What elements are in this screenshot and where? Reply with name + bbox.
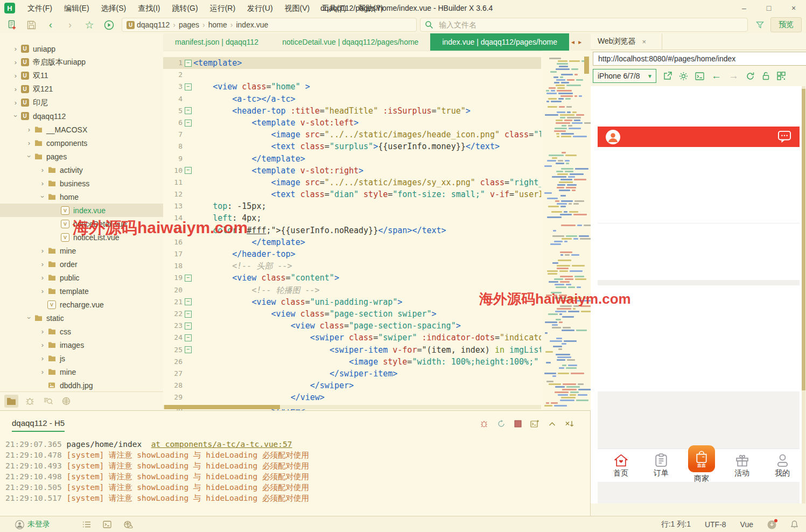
tree-item-__MACOSX[interactable]: ›__MACOSX: [0, 123, 163, 136]
fold-marker-icon[interactable]: −: [183, 117, 193, 129]
file-search-box[interactable]: [420, 18, 748, 32]
open-external-icon[interactable]: [663, 72, 672, 80]
login-status[interactable]: 未登录: [27, 520, 50, 529]
tree-item-双121[interactable]: ›U双121: [0, 82, 163, 96]
chevron-icon[interactable]: ›: [39, 193, 47, 201]
chevron-icon[interactable]: ›: [39, 368, 46, 376]
chevron-icon[interactable]: ›: [25, 153, 33, 160]
fold-marker-icon[interactable]: −: [183, 296, 193, 308]
code-line-22[interactable]: 22− <view class="page-section swiper">: [163, 308, 541, 320]
editor-tab-1[interactable]: noticeDetail.vue | dqaqq112/pages/home: [270, 33, 430, 51]
filter-icon[interactable]: [752, 18, 767, 31]
restart-icon[interactable]: [497, 419, 506, 428]
stop-icon[interactable]: [514, 420, 522, 428]
code-line-8[interactable]: 8 <text class="surplus">{{userInfo.money…: [163, 141, 541, 152]
code-line-27[interactable]: 27 </swiper-item>: [163, 368, 541, 380]
menu-item-7[interactable]: 视图(V): [279, 0, 316, 16]
chevron-icon[interactable]: ›: [39, 247, 46, 255]
tab-scroll-arrows[interactable]: ◂ ▸: [571, 38, 583, 46]
editor-hscrollbar-track[interactable]: [163, 405, 541, 409]
nav-item-活动[interactable]: 活动: [726, 453, 758, 478]
fold-marker-icon[interactable]: −: [183, 308, 193, 320]
fold-marker-icon[interactable]: −: [183, 105, 193, 117]
code-line-24[interactable]: 24− <swiper class="swiper" :indicator-do…: [163, 332, 541, 344]
chevron-icon[interactable]: ›: [39, 274, 46, 282]
browser-forward-icon[interactable]: →: [728, 70, 739, 82]
fold-marker-icon[interactable]: −: [183, 165, 193, 177]
code-line-1[interactable]: 1−<template>: [163, 57, 541, 69]
code-line-9[interactable]: 9 </template>: [163, 153, 541, 165]
tree-item-template[interactable]: ›template: [0, 284, 163, 298]
source-link[interactable]: at components/a-tc/a-tc.vue:57: [151, 440, 292, 449]
browser-tab-close-icon[interactable]: ×: [642, 38, 647, 46]
code-line-29[interactable]: 29 </view>: [163, 391, 541, 403]
code-line-26[interactable]: 26 <image style="width: 100%;height:100%…: [163, 356, 541, 368]
minimap[interactable]: [542, 51, 591, 410]
code-line-18[interactable]: 18 <!-- 头部 -->: [163, 260, 541, 272]
code-line-11[interactable]: 11 <image src="../../static/images/sy_xx…: [163, 177, 541, 188]
code-line-3[interactable]: 3− <view class="home" >: [163, 81, 541, 93]
nav-item-首页[interactable]: 首页: [605, 453, 637, 478]
chevron-icon[interactable]: ›: [12, 113, 20, 120]
tree-item-css[interactable]: ›css: [0, 325, 163, 338]
update-icon[interactable]: [767, 520, 776, 529]
language-mode[interactable]: Vue: [740, 520, 753, 529]
fold-marker-icon[interactable]: −: [183, 57, 193, 69]
device-selector[interactable]: iPhone 6/7/8 ▼: [593, 69, 656, 83]
preview-button[interactable]: 预览: [770, 17, 802, 32]
chevron-icon[interactable]: ›: [39, 260, 46, 268]
menu-item-1[interactable]: 编辑(E): [58, 0, 95, 16]
code-line-16[interactable]: 16 </template>: [163, 236, 541, 248]
chevron-icon[interactable]: ›: [39, 179, 46, 187]
tree-item-activity[interactable]: ›activity: [0, 163, 163, 177]
menu-item-0[interactable]: 文件(F): [22, 0, 58, 16]
code-line-13[interactable]: 13 top: -15px;: [163, 200, 541, 212]
console-window-icon[interactable]: [695, 72, 704, 80]
code-line-12[interactable]: 12 <text class="dian" style="font-size: …: [163, 188, 541, 200]
avatar[interactable]: [606, 130, 620, 144]
forward-button[interactable]: ›: [62, 18, 78, 31]
code-line-19[interactable]: 19− <view class="content">: [163, 272, 541, 284]
fold-marker-icon[interactable]: −: [183, 320, 193, 332]
refresh-icon[interactable]: [746, 72, 755, 81]
tree-item-dqaqq112[interactable]: ›Udqaqq112: [0, 109, 163, 123]
preview-scrollbar-thumb[interactable]: [802, 89, 805, 390]
notification-bell-icon[interactable]: [790, 520, 798, 529]
debug-icon[interactable]: [480, 419, 488, 428]
preview-scrollbar-track[interactable]: [802, 86, 805, 503]
chevron-icon[interactable]: ›: [25, 125, 33, 134]
browser-tab[interactable]: Web浏览器 ×: [591, 33, 662, 50]
maximize-button[interactable]: □: [756, 0, 781, 16]
chevron-icon[interactable]: ›: [25, 314, 33, 322]
code-line-4[interactable]: 4 <a-tc></a-tc>: [163, 93, 541, 105]
collapse-icon[interactable]: [548, 421, 556, 427]
editor-tab-0[interactable]: manifest.json | dqaqq112: [163, 33, 270, 51]
new-terminal-icon[interactable]: [530, 419, 539, 428]
chevron-icon[interactable]: ›: [39, 166, 46, 174]
chevron-icon[interactable]: ›: [39, 354, 46, 362]
favorite-star-icon[interactable]: ☆: [82, 18, 97, 31]
code-line-15[interactable]: 15 color: #fff;">{{userInfo.noReady}}</s…: [163, 225, 541, 236]
tree-item-uniapp[interactable]: ›Uuniapp: [0, 42, 163, 55]
fold-marker-icon[interactable]: −: [183, 332, 193, 344]
tree-item-noticeDetail.vue[interactable]: VnoticeDetail.vue: [0, 217, 163, 230]
code-line-28[interactable]: 28 </swiper>: [163, 380, 541, 391]
minimize-button[interactable]: –: [732, 0, 756, 16]
code-line-6[interactable]: 6− <template v-slot:left>: [163, 117, 541, 129]
run-button[interactable]: [101, 18, 116, 31]
chevron-icon[interactable]: ›: [25, 139, 33, 147]
tree-item-mine[interactable]: ›mine: [0, 365, 163, 379]
tree-item-business[interactable]: ›business: [0, 177, 163, 190]
nav-item-我的[interactable]: 我的: [766, 453, 798, 478]
new-file-button[interactable]: [4, 18, 19, 31]
tree-item-public[interactable]: ›public: [0, 271, 163, 284]
console-tab[interactable]: dqaqq112 - H5: [12, 418, 65, 432]
back-button[interactable]: ‹: [43, 18, 58, 31]
fold-marker-icon[interactable]: −: [183, 344, 193, 356]
message-icon[interactable]: [777, 130, 791, 143]
tree-item-pages[interactable]: ›pages: [0, 150, 163, 163]
chevron-icon[interactable]: ›: [12, 58, 19, 66]
chevron-icon[interactable]: ›: [12, 85, 19, 93]
menu-item-4[interactable]: 跳转(G): [166, 0, 204, 16]
outline-icon[interactable]: [82, 521, 91, 528]
